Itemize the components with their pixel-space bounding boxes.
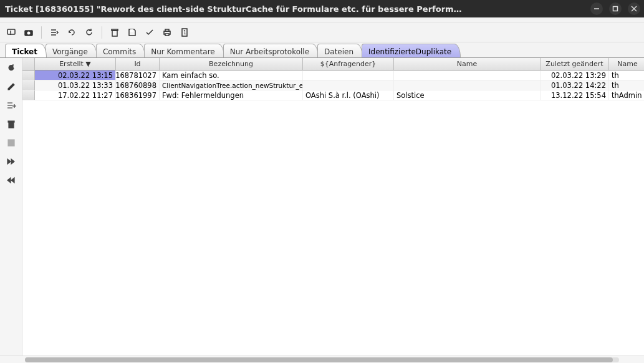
delete-button[interactable] [107,25,122,40]
tab-vorgaenge[interactable]: Vorgänge [46,44,97,57]
tab-nur-arbeitsprotokolle[interactable]: Nur Arbeitsprotokolle [223,44,319,57]
refresh-icon [84,27,94,37]
page-button[interactable]: 1 [177,25,192,40]
undo-button[interactable] [64,25,79,40]
svg-point-8 [27,31,31,34]
double-left-icon [6,177,16,184]
side-toolbar [0,58,22,356]
maximize-button[interactable] [609,2,622,15]
side-stop-button[interactable] [5,137,17,149]
tab-commits[interactable]: Commits [96,44,145,57]
cell: ClientNavigationTree.action_newStruktur_… [160,80,303,90]
col-header-name2[interactable]: Name [609,58,644,70]
pencil-icon [6,82,16,92]
horizontal-scrollbar[interactable] [25,357,619,362]
camera-icon [24,27,34,37]
cell: Kam einfach so. [160,70,303,80]
cell: Solstice [394,90,541,100]
col-header-bezeichnung[interactable]: Bezeichnung [160,58,303,70]
row-header [22,80,35,90]
cell [394,70,541,80]
add-list-icon [6,100,16,110]
cell: 01.03.22 14:22 [541,80,609,90]
table-row[interactable]: 01.03.22 13:33168760898ClientNavigationT… [22,80,644,90]
svg-rect-12 [112,31,117,36]
tab-label: Commits [103,47,136,56]
svg-point-6 [11,34,11,34]
cell: 02.03.22 13:15 [35,70,116,80]
tab-nur-kommentare[interactable]: Nur Kommentare [144,44,224,57]
check-button[interactable] [142,25,157,40]
svg-rect-25 [9,122,14,128]
cell: 01.03.22 13:33 [35,80,116,90]
save-button[interactable] [125,25,140,40]
side-refresh-button[interactable] [5,62,17,74]
tab-bar: Ticket Vorgänge Commits Nur Kommentare N… [0,42,644,57]
grid-corner [22,58,35,70]
col-header-anfragender[interactable]: ${Anfragender} [303,58,394,70]
tab-dateien[interactable]: Dateien [317,44,363,57]
cell: 168361997 [116,90,160,100]
close-button[interactable] [628,2,640,15]
svg-rect-26 [8,121,14,122]
bottom-bar [0,356,644,363]
row-header [22,70,35,80]
side-add-button[interactable] [5,99,17,112]
cell: th [609,70,644,80]
save-icon [127,27,137,37]
svg-rect-14 [130,29,133,32]
refresh-button[interactable] [82,25,97,40]
double-right-icon [6,158,16,165]
list-icon [49,27,59,37]
grid-body: 02.03.22 13:15168781027Kam einfach so.02… [22,70,644,100]
cell: 13.12.22 15:54 [541,90,609,100]
col-header-name[interactable]: Name [394,58,541,70]
col-header-geandert[interactable]: Zuletzt geändert [541,58,609,70]
table-row[interactable]: 02.03.22 13:15168781027Kam einfach so.02… [22,70,644,80]
title-bar: Ticket [168360155] "Rework des client-si… [0,0,644,17]
grid-header: Erstellt ▼ Id Bezeichnung ${Anfragender}… [22,58,644,70]
tab-identifizierte-duplikate[interactable]: IdentifizierteDuplikate [362,44,461,57]
col-header-erstellt[interactable]: Erstellt ▼ [35,58,116,70]
svg-rect-17 [165,34,169,36]
tab-label: Dateien [324,47,353,56]
data-grid[interactable]: Erstellt ▼ Id Bezeichnung ${Anfragender}… [22,58,644,356]
cell: th [609,80,644,90]
svg-rect-16 [165,29,169,31]
table-row[interactable]: 17.02.22 11:27168361997Fwd: Fehlermeldun… [22,90,644,100]
cell: 17.02.22 11:27 [35,90,116,100]
cell: 168781027 [116,70,160,80]
window-title: Ticket [168360155] "Rework des client-si… [4,4,590,14]
tab-label: IdentifizierteDuplikate [368,47,451,56]
trash-icon [6,119,16,129]
side-forward-button[interactable] [5,155,17,168]
page-icon: 1 [180,27,190,37]
side-backward-button[interactable] [5,174,17,186]
scrollbar-thumb[interactable] [25,357,613,362]
col-header-id[interactable]: Id [116,58,160,70]
print-icon [162,27,172,37]
side-delete-button[interactable] [5,118,17,130]
minimize-button[interactable] [590,2,603,15]
tab-ticket[interactable]: Ticket [5,44,47,57]
check-icon [145,27,155,37]
cell [303,80,394,90]
comment-button[interactable] [4,25,19,40]
tab-label: Ticket [12,47,37,56]
trash-icon [110,27,120,37]
cell [394,80,541,90]
tab-label: Nur Kommentare [151,47,214,56]
row-header [22,90,35,100]
print-button[interactable] [160,25,175,40]
cell: 168760898 [116,80,160,90]
comment-icon [6,27,16,37]
close-icon [631,6,637,12]
side-edit-button[interactable] [5,80,17,93]
main-area: Erstellt ▼ Id Bezeichnung ${Anfragender}… [0,57,644,356]
maximize-icon [612,6,618,12]
svg-rect-13 [112,29,118,31]
svg-rect-1 [613,7,618,11]
cell: OAshi S.à r.l. (OAshi) [303,90,394,100]
camera-button[interactable] [21,25,36,40]
list-button[interactable] [47,25,62,40]
